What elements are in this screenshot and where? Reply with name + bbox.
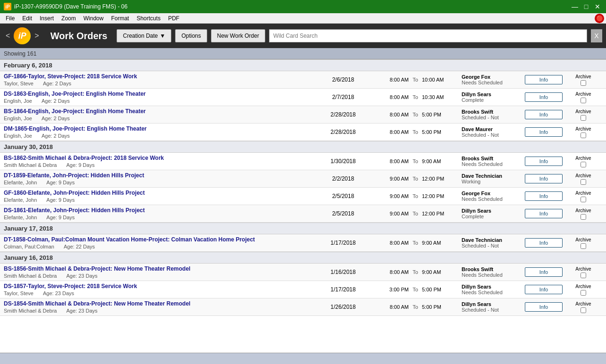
menu-file[interactable]: File [2,14,18,23]
menu-window[interactable]: Window [80,14,108,23]
archive-checkbox[interactable] [581,243,586,249]
table-row: DS-1861-Elefante, John-Project: Hidden H… [0,205,606,223]
archive-checkbox[interactable] [581,307,586,313]
work-order-title[interactable]: DS-1861-Elefante, John-Project: Hidden H… [4,207,315,214]
work-order-title[interactable]: GF-1866-Taylor, Steve-Project: 2018 Serv… [4,73,315,80]
table-row: DS-1863-English, Joe-Project: English Ho… [0,89,606,106]
work-order-date: 1/17/2018 [317,240,369,246]
info-button[interactable]: Info [525,127,563,137]
work-order-title[interactable]: DS-1854-Smith Michael & Debra-Project: N… [4,300,315,307]
to-label: To [411,193,420,199]
info-button[interactable]: Info [525,285,563,294]
client-name: Smith Michael & Debra [4,273,57,279]
archive-checkbox[interactable] [581,115,586,121]
to-label: To [411,94,420,100]
work-order-title[interactable]: DM-1865-English, Joe-Project: English Ho… [4,125,315,132]
info-button[interactable]: Info [525,191,563,201]
new-work-order-button[interactable]: New Work Order [211,29,265,42]
work-order-info: DT-1859-Elefante, John-Project: Hidden H… [4,172,315,185]
info-button[interactable]: Info [525,110,563,119]
age-label: Age: 22 Days [64,244,95,249]
archive-checkbox[interactable] [581,273,586,278]
work-order-title[interactable]: GF-1860-Elefante, John-Project: Hidden H… [4,190,315,196]
technician-status: Scheduled - Not [462,115,523,120]
archive-checkbox[interactable] [581,179,586,185]
archive-checkbox[interactable] [581,132,586,138]
menu-pdf[interactable]: PDF [164,14,183,23]
archive-checkbox[interactable] [581,290,586,296]
sort-arrow-icon: ▼ [160,33,166,39]
menu-shortcuts[interactable]: Shortcuts [133,14,164,23]
work-order-end-time: 12:00 PM [422,176,460,182]
table-row: DS-1857-Taylor, Steve-Project: 2018 Serv… [0,281,606,298]
archive-checkbox[interactable] [581,98,586,103]
minimize-button[interactable]: — [570,2,580,11]
info-button[interactable]: Info [525,92,563,102]
info-button[interactable]: Info [525,174,563,183]
to-label: To [411,211,420,216]
work-order-date: 2/5/2018 [317,210,369,217]
menu-format[interactable]: Format [107,14,133,23]
info-button[interactable]: Info [525,209,563,218]
work-order-title[interactable]: BS-1856-Smith Michael & Debra-Project: N… [4,265,315,272]
menu-insert[interactable]: Insert [36,14,58,23]
work-order-start-time: 8:00 AM [371,304,409,310]
work-order-start-time: 8:00 AM [371,240,409,246]
technician-info: George Fox Needs Scheduled [462,190,523,202]
work-order-date: 1/16/2018 [317,269,369,275]
work-order-info: DM-1865-English, Joe-Project: English Ho… [4,125,315,139]
to-label: To [411,240,420,246]
work-order-date: 2/7/2018 [317,94,369,100]
work-order-title[interactable]: DT-1859-Elefante, John-Project: Hidden H… [4,172,315,179]
archive-column: Archive [564,237,602,249]
work-order-title[interactable]: DT-1858-Colman, Paul:Colman Mount Vacati… [4,236,315,243]
options-button[interactable]: Options [175,29,207,42]
info-button[interactable]: Info [525,302,563,312]
work-order-end-time: 5:00 PM [422,112,460,117]
technician-info: Dillyn Sears Complete [462,208,523,219]
archive-label: Archive [575,109,591,114]
menu-zoom[interactable]: Zoom [58,14,80,23]
technician-status: Working [462,179,523,184]
info-button[interactable]: Info [525,238,563,248]
search-input[interactable] [269,29,587,42]
forward-button[interactable]: > [33,30,41,42]
work-order-date: 1/30/2018 [317,158,369,165]
work-order-end-time: 5:00 PM [422,287,460,292]
work-order-title[interactable]: DS-1857-Taylor, Steve-Project: 2018 Serv… [4,283,315,290]
technician-name: Dillyn Sears [462,91,523,97]
work-order-start-time: 3:00 PM [371,287,409,292]
work-order-title[interactable]: BS-1862-Smith Michael & Debra-Project: 2… [4,155,315,161]
archive-checkbox[interactable] [581,214,586,220]
archive-checkbox[interactable] [581,80,586,86]
table-row: DT-1859-Elefante, John-Project: Hidden H… [0,170,606,188]
search-close-button[interactable]: X [591,29,602,42]
archive-checkbox[interactable] [581,162,586,167]
archive-label: Archive [575,237,591,242]
maximize-button[interactable]: □ [581,2,591,11]
technician-name: Dave Maurer [462,126,523,132]
archive-checkbox[interactable] [581,197,586,202]
close-button[interactable]: ✕ [593,2,602,11]
work-order-title[interactable]: BS-1864-English, Joe-Project: English Ho… [4,108,315,115]
corner-icon[interactable]: 🔴 [595,14,604,23]
age-label: Age: 2 Days [42,133,70,139]
info-button[interactable]: Info [525,75,563,84]
archive-label: Archive [575,208,591,213]
work-order-date: 2/2/2018 [317,175,369,182]
archive-label: Archive [575,173,591,178]
table-row: GF-1860-Elefante, John-Project: Hidden H… [0,188,606,205]
sort-button[interactable]: Creation Date ▼ [117,29,171,42]
info-button[interactable]: Info [525,267,563,277]
work-order-start-time: 8:00 AM [371,269,409,275]
menu-edit[interactable]: Edit [18,14,36,23]
work-order-date: 2/28/2018 [317,111,369,118]
technician-status: Scheduled - Not [462,307,523,313]
age-label: Age: 23 Days [43,290,74,296]
technician-status: Needs Scheduled [462,272,523,278]
age-label: Age: 9 Days [46,215,75,220]
info-button[interactable]: Info [525,157,563,166]
table-row: DT-1858-Colman, Paul:Colman Mount Vacati… [0,234,606,252]
work-order-title[interactable]: DS-1863-English, Joe-Project: English Ho… [4,91,315,97]
back-button[interactable]: < [4,30,12,42]
